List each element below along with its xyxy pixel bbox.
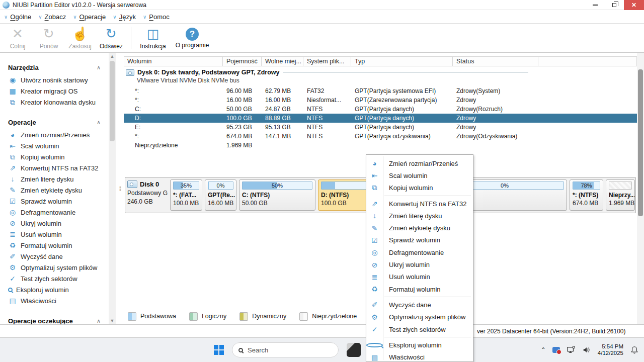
context-menu-item-scal-wolumin[interactable]: ⇤Scal wolumin (366, 169, 473, 182)
windows-start-button[interactable] (214, 345, 224, 355)
scroll-down-icon[interactable]: ▼ (109, 317, 116, 324)
column-header-wolne-miej[interactable]: Wolne miej... (262, 57, 303, 66)
chevron-up-icon[interactable]: ∧ (97, 119, 101, 126)
network-icon[interactable] (567, 346, 576, 354)
notification-bell-icon[interactable] (630, 346, 639, 354)
context-menu-item-optymalizuj-system-plików[interactable]: ⚙Optymalizuj system plików (366, 311, 473, 323)
context-menu-label: Zmień etykietę dysku (389, 224, 450, 232)
table-scrollbar[interactable] (637, 53, 644, 324)
sidebar-item-test-złych-sektorów[interactable]: ✓Test złych sektorów (0, 273, 109, 284)
sidebar-item-scal-wolumin[interactable]: ⇤Scal wolumin (0, 140, 109, 151)
toolbar-zastosuj[interactable]: ☝Zastosuj (64, 24, 96, 52)
sidebar-scroll-thumb[interactable] (110, 61, 115, 141)
sidebar-item-defragmentowanie[interactable]: ◎Defragmentowanie (0, 207, 109, 218)
column-header-wolumin[interactable]: Wolumin (124, 57, 223, 66)
context-menu-item-ukryj-wolumin[interactable]: ⊘Ukryj wolumin (366, 258, 473, 270)
toolbar-odśwież[interactable]: ↻Odśwież (96, 24, 127, 52)
table-row-[interactable]: *:96.00 MB62.79 MBFAT32GPT(Partycja syst… (124, 86, 637, 96)
sidebar-item-kreator-klonowania-dysku[interactable]: ⧉Kreator klonowania dysku (0, 97, 109, 108)
partition-block-c-ntfs[interactable]: 50%C: (NTFS)50.00 GB (239, 179, 315, 211)
context-menu-item-usuń-wolumin[interactable]: ≣Usuń wolumin (366, 271, 473, 283)
table-scroll-thumb[interactable] (638, 69, 643, 216)
disk-info-block[interactable]: Disk 0 Podstawowy G 246.0 GB (127, 179, 168, 211)
context-menu-item-konwertuj-ntfs-na-fat32[interactable]: ⇗Konwertuj NTFS na FAT32 (366, 198, 473, 210)
context-menu-item-wyczyść-dane[interactable]: ✐Wyczyść dane (366, 299, 473, 311)
legend-item-logiczny: Logiczny (189, 312, 226, 321)
sidebar-section-header[interactable]: Operacje oczekujące∧ (0, 315, 109, 324)
menu-operacje[interactable]: ∨Operacje (73, 13, 106, 21)
context-menu-item-kopiuj-wolumin[interactable]: ⧉Kopiuj wolumin (366, 182, 473, 194)
sidebar-item-wyczyść-dane[interactable]: ✐Wyczyść dane (0, 251, 109, 262)
menu-język[interactable]: ∨Język (113, 13, 136, 21)
table-row-[interactable]: *:16.00 MB16.00 MBNiesformat...GPT(Zarez… (124, 96, 637, 105)
tray-chevron-up-icon[interactable]: ⌃ (541, 346, 546, 353)
toolbar-ponów[interactable]: ↻Ponów (33, 24, 64, 52)
context-menu-item-test-złych-sektorów[interactable]: ✓Test złych sektorów (366, 323, 473, 335)
volume-icon[interactable] (582, 346, 591, 354)
disk-group-header[interactable]: Dysk 0: Dysk twardy, Podstawowy GPT, Zdr… (126, 69, 624, 84)
sidebar-item-konwertuj-ntfs-na-fat32[interactable]: ⇗Konwertuj NTFS na FAT32 (0, 162, 109, 173)
sidebar-item-kreator-migracji-os[interactable]: ▦Kreator migracji OS (0, 85, 109, 97)
legend-label: Dynamiczny (252, 313, 286, 320)
partition-block-gpt-re[interactable]: 0%GPT(Re...16.00 MB (205, 179, 236, 211)
taskbar-clock[interactable]: 5:54 PM 4/12/2025 (598, 343, 623, 356)
table-row-[interactable]: *:674.0 MB147.1 MBNTFSGPT(Partycja odzys… (124, 132, 637, 141)
context-menu-item-zmień-etykietę-dysku[interactable]: ✎Zmień etykietę dysku (366, 222, 473, 234)
sidebar-item-właściwości[interactable]: ▤Właściwości (0, 295, 109, 306)
restore-button[interactable] (605, 0, 624, 10)
file-explorer-taskbar-icon[interactable] (347, 343, 361, 357)
context-menu-item-defragmentowanie[interactable]: ◎Defragmentowanie (366, 246, 473, 258)
context-menu-item-formatuj-wolumin[interactable]: ♻Formatuj wolumin (366, 283, 473, 295)
toolbar-o-programie[interactable]: ?O programie (171, 24, 214, 52)
toolbar-cofnij[interactable]: ✕Cofnij (2, 24, 33, 52)
menu-zobacz[interactable]: ∨Zobacz (38, 13, 66, 21)
context-menu-item-sprawdź-wolumin[interactable]: ☑Sprawdź wolumin (366, 234, 473, 246)
sidebar-item-zmień-literę-dysku[interactable]: ↓Zmień literę dysku (0, 173, 109, 185)
chevron-up-icon[interactable]: ∧ (97, 318, 101, 324)
column-header-typ[interactable]: Typ (351, 57, 453, 66)
niubi-tray-icon[interactable] (552, 347, 560, 353)
sidebar-item-kopiuj-wolumin[interactable]: ⧉Kopiuj wolumin (0, 151, 109, 162)
sidebar-item-optymalizuj-system-plików[interactable]: ⚙Optymalizuj system plików (0, 262, 109, 273)
delete-icon: ≣ (366, 273, 383, 281)
sidebar-item-utwórz-nośnik-startowy[interactable]: ◉Utwórz nośnik startowy (0, 74, 109, 85)
sidebar-item-zmień-etykietę-dysku[interactable]: ✎Zmień etykietę dysku (0, 185, 109, 196)
sidebar-item-label: Zmień rozmiar/Przenieś (21, 131, 90, 139)
column-header-system-plik[interactable]: System plik... (303, 57, 351, 66)
sidebar-item-sprawdź-wolumin[interactable]: ☑Sprawdź wolumin (0, 196, 109, 207)
context-menu-label: Sprawdź wolumin (389, 236, 440, 244)
chevron-up-icon[interactable]: ∧ (97, 64, 101, 71)
partition-block-ntfs[interactable]: 78%*: (NTFS)674.0 MB (570, 179, 603, 211)
sidebar-item-zmień-rozmiar-przenieś[interactable]: ◕Zmień rozmiar/Przenieś (0, 129, 109, 140)
context-menu-item-zmień-literę-dysku[interactable]: ↓Zmień literę dysku (366, 210, 473, 222)
sidebar-item-label: Eksploruj wolumin (16, 286, 69, 294)
menu-pomoc[interactable]: ∨Pomoc (143, 13, 170, 21)
sidebar-item-eksploruj-wolumin[interactable]: Eksploruj wolumin (0, 284, 109, 295)
pane-splitter[interactable]: ⁞⁞ (116, 53, 124, 324)
table-row-e[interactable]: E:95.23 GB95.13 GBNTFSGPT(Partycja danyc… (124, 123, 637, 132)
column-header-status[interactable]: Status (453, 57, 538, 66)
close-button[interactable]: ✕ (624, 0, 644, 10)
table-row-d[interactable]: D:100.0 GB88.89 GBNTFSGPT(Partycja danyc… (124, 114, 637, 123)
context-menu-item-zmień-rozmiar-przenieś[interactable]: ◕Zmień rozmiar/Przenieś (366, 157, 473, 169)
partition-block-nieprzy[interactable]: Nieprzy...1.969 MB (606, 179, 635, 211)
sidebar-item-usuń-wolumin[interactable]: ≣Usuń wolumin (0, 229, 109, 240)
scroll-up-icon[interactable]: ▲ (109, 53, 116, 60)
toolbar-instrukcja[interactable]: ◫Instrukcja (135, 24, 171, 52)
context-menu-item-właściwości[interactable]: ▤Właściwości (366, 351, 473, 362)
partition-block-fat[interactable]: 35%*: (FAT...100.0 MB (170, 179, 202, 211)
context-menu-item-eksploruj-wolumin[interactable]: Eksploruj wolumin (366, 339, 473, 351)
table-row-c[interactable]: C:50.00 GB24.87 GBNTFSGPT(Partycja danyc… (124, 105, 637, 114)
table-row-nieprzydzielone[interactable]: Nieprzydzielone1.969 MB (124, 141, 637, 150)
sidebar-scrollbar[interactable]: ▲ ▼ (109, 53, 116, 324)
cell-free: 16.00 MB (262, 97, 303, 104)
sidebar-section-header[interactable]: Narzędzia∧ (0, 62, 109, 74)
taskbar-search[interactable]: Search (232, 342, 339, 357)
menu-ogólne[interactable]: ∨Ogólne (4, 13, 31, 21)
sidebar-item-formatuj-wolumin[interactable]: ♻Formatuj wolumin (0, 240, 109, 251)
cell-type: GPT(Partycja danych) (351, 124, 453, 131)
sidebar-item-ukryj-wolumin[interactable]: ⊘Ukryj wolumin (0, 218, 109, 229)
sidebar-section-header[interactable]: Operacje∧ (0, 117, 109, 129)
column-header-pojemność[interactable]: Pojemność (223, 57, 262, 66)
minimize-button[interactable] (586, 0, 605, 10)
